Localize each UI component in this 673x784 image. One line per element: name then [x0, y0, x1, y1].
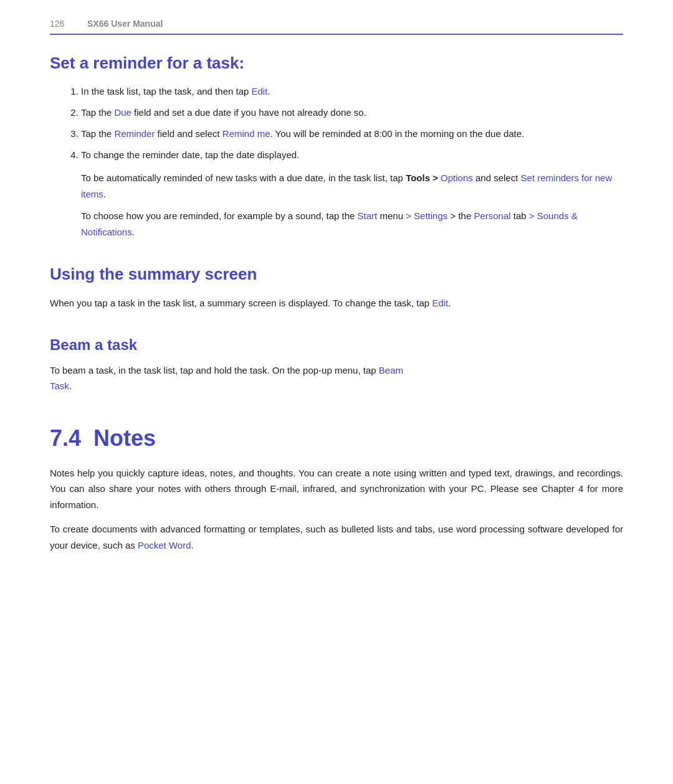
notes-para1: Notes help you quickly capture ideas, no… — [50, 465, 623, 513]
beam-text-before: To beam a task, in the task list, tap an… — [50, 365, 379, 375]
step3-text-before: Tap the — [81, 128, 114, 139]
reminder-step-4: To change the reminder date, tap the dat… — [81, 148, 623, 163]
notes-section-number: 7.4 — [50, 425, 81, 451]
note2-text-after: . — [132, 227, 135, 237]
notes-link-pocket-word[interactable]: Pocket Word — [138, 540, 191, 550]
step3-text-mid: field and select — [155, 128, 222, 139]
notes-section: 7.4 Notes Notes help you quickly capture… — [50, 425, 623, 554]
step2-link-due[interactable]: Due — [114, 107, 131, 118]
page-container: 126 SX66 User Manual Set a reminder for … — [0, 0, 673, 615]
page-number: 126 — [50, 19, 87, 29]
note2-text-before: To choose how you are reminded, for exam… — [81, 210, 358, 221]
note2-link-settings[interactable]: > Settings — [406, 210, 447, 221]
set-reminder-section: Set a reminder for a task: In the task l… — [50, 54, 623, 240]
note1-link-options[interactable]: Options — [441, 172, 473, 183]
step1-text-after: . — [267, 86, 270, 97]
note2-text-mid: menu — [377, 210, 406, 221]
step3-text-after: . You will be reminded at 8:00 in the mo… — [270, 128, 525, 139]
set-reminder-heading: Set a reminder for a task: — [50, 54, 623, 73]
note1-text-after: . — [103, 189, 106, 199]
step3-link-reminder[interactable]: Reminder — [114, 128, 155, 139]
step3-link-remind-me[interactable]: Remind me — [222, 128, 270, 139]
reminder-step-2: Tap the Due field and set a due date if … — [81, 105, 623, 120]
reminder-step-3: Tap the Reminder field and select Remind… — [81, 126, 623, 141]
summary-screen-section: Using the summary screen When you tap a … — [50, 265, 623, 311]
notes-para2-after: . — [191, 540, 194, 550]
note2-text-mid3: tab — [511, 210, 529, 221]
note2-link-start[interactable]: Start — [358, 210, 378, 221]
reminder-step-1: In the task list, tap the task, and then… — [81, 84, 623, 99]
note1-bold-tools: Tools > — [406, 172, 441, 183]
step2-text-before: Tap the — [81, 107, 114, 118]
step4-text: To change the reminder date, tap the dat… — [81, 149, 299, 160]
reminder-note-1: To be automatically reminded of new task… — [81, 170, 623, 202]
beam-task-section: Beam a task To beam a task, in the task … — [50, 336, 623, 394]
step1-text-before: In the task list, tap the task, and then… — [81, 86, 252, 97]
reminder-note-2: To choose how you are reminded, for exam… — [81, 208, 623, 240]
notes-para2: To create documents with advanced format… — [50, 521, 623, 553]
note2-text-mid2: > the — [447, 210, 474, 221]
summary-screen-heading: Using the summary screen — [50, 265, 623, 284]
notes-heading: 7.4 Notes — [50, 425, 623, 451]
summary-link-edit[interactable]: Edit — [432, 298, 448, 308]
manual-title: SX66 User Manual — [87, 19, 163, 29]
note1-text-before: To be automatically reminded of new task… — [81, 172, 406, 183]
step2-text-after: field and set a due date if you have not… — [131, 107, 366, 118]
summary-text-after: . — [448, 298, 451, 308]
beam-task-heading: Beam a task — [50, 336, 623, 354]
beam-text-after: . — [69, 380, 72, 391]
reminder-steps-list: In the task list, tap the task, and then… — [81, 84, 623, 163]
note2-link-personal[interactable]: Personal — [474, 210, 510, 221]
notes-para2-before: To create documents with advanced format… — [50, 524, 623, 550]
beam-task-body: To beam a task, in the task list, tap an… — [50, 362, 623, 394]
summary-screen-body: When you tap a task in the task list, a … — [50, 295, 623, 311]
summary-text-before: When you tap a task in the task list, a … — [50, 298, 432, 308]
note1-text-mid: and select — [473, 172, 521, 183]
page-header: 126 SX66 User Manual — [50, 19, 623, 35]
beam-link-beam[interactable]: Beam — [379, 365, 403, 375]
notes-heading-label: Notes — [93, 425, 156, 451]
step1-link-edit[interactable]: Edit — [252, 86, 268, 97]
beam-link-task[interactable]: Task — [50, 380, 69, 391]
